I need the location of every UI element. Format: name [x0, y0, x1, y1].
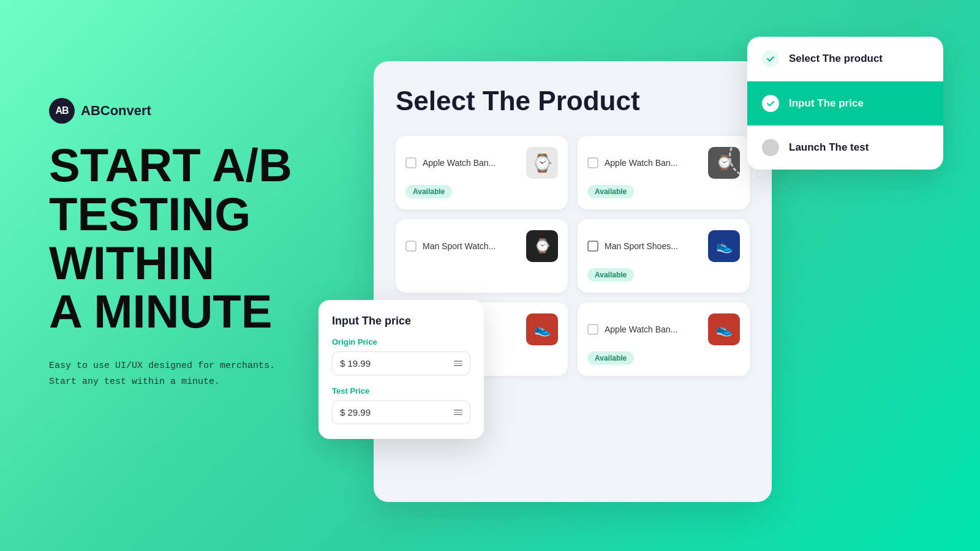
step-check-pending — [762, 139, 779, 156]
panel-title: Select The Product — [396, 86, 750, 116]
product-name: Apple Watch Ban... — [605, 324, 702, 335]
product-image: ⌚ — [526, 230, 558, 262]
product-image: 👟 — [708, 230, 740, 262]
step-item-input-price[interactable]: Input The price — [747, 81, 943, 126]
test-price-stepper[interactable] — [454, 410, 462, 415]
input-price-card: Input The price Origin Price $ 19.99 Tes… — [318, 300, 484, 439]
product-checkbox[interactable] — [587, 157, 598, 168]
product-image: 👟 — [526, 313, 558, 345]
left-section: AB ABConvert START A/B TESTING WITHIN A … — [49, 98, 318, 389]
step-check-done — [762, 50, 779, 67]
product-image: 👟 — [708, 313, 740, 345]
available-badge: Available — [587, 351, 634, 365]
step-item-select-product[interactable]: Select The product — [747, 37, 943, 81]
step-label-launch-test: Launch The test — [789, 141, 869, 154]
available-badge: Available — [405, 185, 452, 198]
subtitle: Easy to use UI/UX designed for merchants… — [49, 358, 318, 389]
product-checkbox[interactable] — [405, 157, 417, 168]
product-checkbox[interactable] — [587, 241, 598, 252]
product-name: Apple Watch Ban... — [423, 157, 520, 168]
brand-logo-icon: AB — [49, 98, 75, 124]
headline: START A/B TESTING WITHIN A MINUTE — [49, 141, 318, 336]
product-name: Man Sport Watch... — [423, 241, 520, 252]
product-checkbox[interactable] — [587, 324, 598, 335]
input-price-title: Input The price — [332, 315, 470, 328]
steps-panel: Select The product Input The price Launc… — [747, 37, 943, 170]
origin-price-value: $ 19.99 — [340, 358, 454, 369]
available-badge: Available — [587, 185, 634, 198]
brand-name: ABConvert — [81, 103, 151, 119]
product-card[interactable]: Apple Watch Ban... 👟 Available — [578, 302, 750, 376]
test-price-label: Test Price — [332, 386, 470, 395]
product-card[interactable]: Apple Watch Ban... ⌚ Available — [396, 136, 568, 209]
step-item-launch-test[interactable]: Launch The test — [747, 126, 943, 170]
product-name: Man Sport Shoes... — [605, 241, 702, 252]
test-price-input[interactable]: $ 29.99 — [332, 400, 470, 424]
product-card[interactable]: Man Sport Shoes... 👟 Available — [578, 219, 750, 293]
step-check-active — [762, 95, 779, 112]
product-name: Apple Watch Ban... — [605, 157, 702, 168]
product-card[interactable]: Apple Watch Ban... ⌚ Available — [578, 136, 750, 209]
origin-price-input[interactable]: $ 19.99 — [332, 351, 470, 375]
origin-price-stepper[interactable] — [454, 361, 462, 366]
product-image: ⌚ — [526, 147, 558, 179]
step-label-input-price: Input The price — [789, 97, 864, 110]
product-card[interactable]: Man Sport Watch... ⌚ — [396, 219, 568, 293]
test-price-value: $ 29.99 — [340, 407, 454, 418]
origin-price-label: Origin Price — [332, 337, 470, 347]
available-badge: Available — [587, 268, 634, 282]
product-checkbox[interactable] — [405, 241, 417, 252]
logo-row: AB ABConvert — [49, 98, 318, 124]
step-label-select-product: Select The product — [789, 53, 883, 65]
